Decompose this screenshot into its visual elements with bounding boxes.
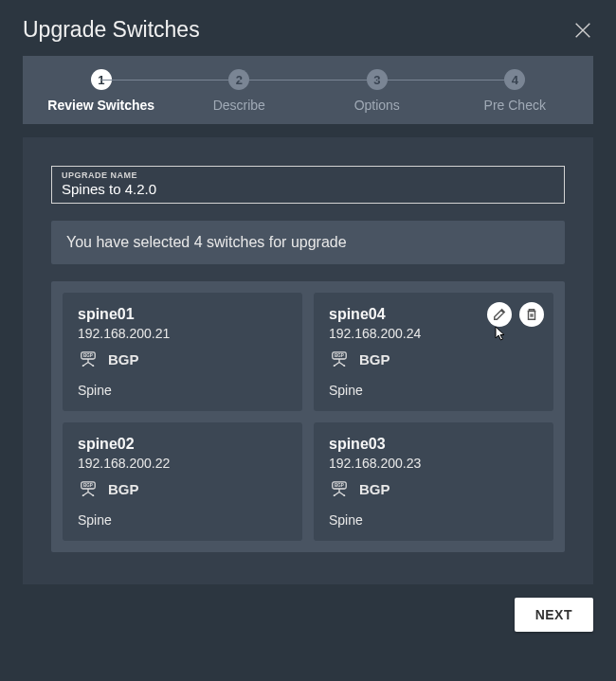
switch-role: Spine xyxy=(78,512,287,528)
switch-role: Spine xyxy=(329,383,538,398)
wizard-step-2[interactable]: 2 Describe xyxy=(171,69,309,113)
switch-protocol: BGP BGP xyxy=(329,350,538,367)
step-label: Pre Check xyxy=(484,98,546,113)
switch-card[interactable]: spine04 192.168.200.24 BGP BGP Spine xyxy=(314,293,553,411)
switch-role: Spine xyxy=(78,383,287,398)
step-label: Options xyxy=(354,98,400,113)
svg-point-11 xyxy=(93,494,95,496)
svg-point-3 xyxy=(93,365,95,367)
dialog-title: Upgrade Switches xyxy=(23,17,200,43)
switch-hostname: spine01 xyxy=(78,306,287,323)
step-label: Review Switches xyxy=(47,98,154,113)
switch-card[interactable]: spine01 192.168.200.21 BGP BGP Spine xyxy=(63,293,302,411)
protocol-label: BGP xyxy=(359,351,390,367)
switch-protocol: BGP BGP xyxy=(329,480,538,497)
svg-text:BGP: BGP xyxy=(83,353,93,358)
switch-card[interactable]: spine03 192.168.200.23 BGP BGP Spine xyxy=(314,422,553,541)
step-content: UPGRADE NAME You have selected 4 switche… xyxy=(23,137,593,584)
pencil-icon xyxy=(493,308,506,321)
protocol-label: BGP xyxy=(108,481,139,497)
svg-text:BGP: BGP xyxy=(83,483,93,488)
svg-point-2 xyxy=(82,365,84,367)
svg-text:BGP: BGP xyxy=(335,353,344,358)
switch-role: Spine xyxy=(329,512,538,528)
step-number: 4 xyxy=(504,69,525,90)
switch-ip: 192.168.200.22 xyxy=(78,456,287,471)
switch-hostname: spine02 xyxy=(78,436,287,453)
svg-point-6 xyxy=(334,365,335,367)
router-icon: BGP xyxy=(78,480,99,497)
router-icon: BGP xyxy=(78,350,99,367)
router-icon: BGP xyxy=(329,350,350,367)
svg-point-15 xyxy=(344,494,346,496)
trash-icon xyxy=(525,308,538,321)
switch-ip: 192.168.200.24 xyxy=(329,326,538,341)
switch-protocol: BGP BGP xyxy=(78,350,287,367)
switch-ip: 192.168.200.23 xyxy=(329,456,538,471)
close-icon xyxy=(572,20,593,41)
selection-info: You have selected 4 switches for upgrade xyxy=(51,221,565,264)
delete-button[interactable] xyxy=(519,302,544,327)
edit-button[interactable] xyxy=(487,302,512,327)
switch-hostname: spine03 xyxy=(329,436,538,453)
upgrade-name-field[interactable]: UPGRADE NAME xyxy=(51,166,565,204)
card-actions xyxy=(487,302,544,327)
router-icon: BGP xyxy=(329,480,350,497)
switch-grid: spine01 192.168.200.21 BGP BGP Spine spi… xyxy=(63,293,553,541)
step-label: Describe xyxy=(213,98,265,113)
close-button[interactable] xyxy=(572,20,593,41)
next-button[interactable]: NEXT xyxy=(515,598,593,632)
svg-point-14 xyxy=(334,494,335,496)
upgrade-name-input[interactable] xyxy=(62,180,554,197)
switch-grid-container: spine01 192.168.200.21 BGP BGP Spine spi… xyxy=(51,281,565,552)
wizard-step-3[interactable]: 3 Options xyxy=(308,69,446,113)
svg-point-7 xyxy=(344,365,346,367)
upgrade-name-label: UPGRADE NAME xyxy=(62,170,554,180)
wizard-step-1[interactable]: 1 Review Switches xyxy=(32,69,171,113)
dialog-footer: NEXT xyxy=(23,598,593,649)
protocol-label: BGP xyxy=(108,351,139,367)
switch-protocol: BGP BGP xyxy=(78,480,287,497)
wizard-stepper: 1 Review Switches 2 Describe 3 Options 4… xyxy=(23,56,593,124)
switch-ip: 192.168.200.21 xyxy=(78,326,287,341)
dialog-header: Upgrade Switches xyxy=(23,17,593,43)
wizard-step-4[interactable]: 4 Pre Check xyxy=(446,69,585,113)
protocol-label: BGP xyxy=(359,481,390,497)
upgrade-dialog: Upgrade Switches 1 Review Switches 2 Des… xyxy=(0,0,616,681)
svg-text:BGP: BGP xyxy=(335,483,344,488)
svg-point-10 xyxy=(82,494,84,496)
switch-card[interactable]: spine02 192.168.200.22 BGP BGP Spine xyxy=(63,422,302,541)
